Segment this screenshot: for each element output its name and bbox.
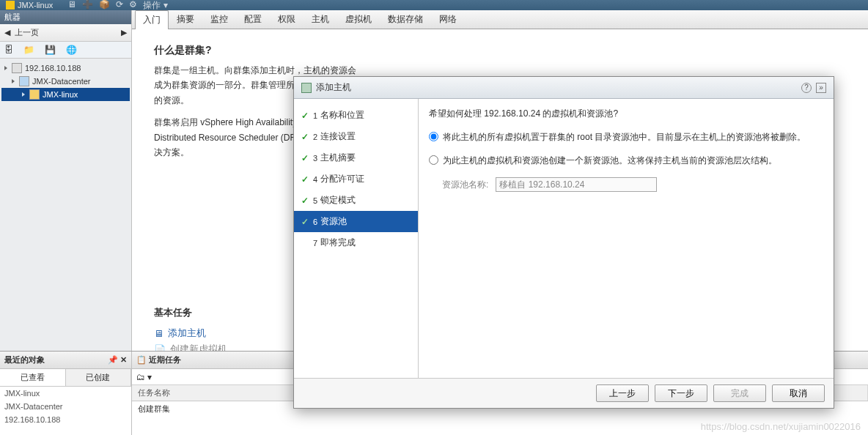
wizard-steps: ✓1名称和位置 ✓2连接设置 ✓3主机摘要 ✓4分配许可证 ✓5锁定模式 ✓6资…: [294, 99, 419, 378]
expand-icon[interactable]: »: [816, 83, 826, 93]
wizard-content: 希望如何处理 192.168.10.24 的虚拟机和资源池? 将此主机的所有虚拟…: [419, 99, 834, 378]
filter-icon[interactable]: 🗂 ▾: [136, 372, 152, 382]
host-icon: [301, 83, 312, 93]
tab-bar: 入门 摘要 监控 配置 权限 主机 虚拟机 数据存储 网络: [132, 10, 868, 29]
cluster-name: JMX-linux: [18, 1, 53, 10]
tab-summary[interactable]: 摘要: [169, 10, 202, 29]
tab-permissions[interactable]: 权限: [270, 10, 304, 29]
tab-datastores[interactable]: 数据存储: [380, 10, 431, 29]
cancel-button[interactable]: 取消: [772, 384, 825, 402]
dialog-footer: 上一步 下一步 完成 取消: [294, 378, 834, 408]
vms-view-icon[interactable]: 📁: [23, 45, 34, 55]
recent-objects-header: 最近的对象 📌 ✕: [0, 352, 131, 369]
tree-node-vcenter[interactable]: 192.168.10.188: [1, 62, 130, 75]
tab-getting-started[interactable]: 入门: [135, 10, 169, 29]
step-name-location[interactable]: ✓1名称和位置: [294, 105, 418, 126]
radio-new-pool[interactable]: [429, 155, 438, 165]
storage-view-icon[interactable]: 💾: [45, 45, 56, 55]
dialog-titlebar[interactable]: 添加主机 ? »: [294, 77, 834, 99]
recent-objects-panel: 最近的对象 📌 ✕ 已查看 已创建 JMX-linux JMX-Datacent…: [0, 352, 132, 435]
add-host-icon: 🖥: [154, 328, 163, 339]
navigator-toolbar: 🗄 📁 💾 🌐: [0, 42, 131, 59]
recent-tab-viewed[interactable]: 已查看: [0, 369, 66, 386]
intro-title: 什么是群集?: [154, 44, 846, 57]
step-resource-pool[interactable]: ✓6资源池: [294, 211, 418, 232]
tab-monitor[interactable]: 监控: [202, 10, 236, 29]
help-icon[interactable]: ?: [801, 83, 812, 93]
step-connection[interactable]: ✓2连接设置: [294, 126, 418, 147]
option-new-pool[interactable]: 为此主机的虚拟机和资源池创建一个新资源池。这将保持主机当前的资源池层次结构。: [429, 154, 823, 167]
cluster-icon: [29, 89, 40, 100]
caret-icon: [4, 66, 7, 70]
step-license[interactable]: ✓4分配许可证: [294, 168, 418, 190]
step-ready[interactable]: ✓7即将完成: [294, 232, 418, 253]
question-text: 希望如何处理 192.168.10.24 的虚拟机和资源池?: [429, 108, 823, 120]
pin-icon[interactable]: 📌: [108, 355, 118, 364]
back-button[interactable]: ◀ 上一页 ▶: [0, 24, 131, 42]
pool-name-label: 资源池名称:: [442, 179, 488, 191]
forward-arrow-icon[interactable]: ▶: [121, 28, 127, 37]
option-root-pool[interactable]: 将此主机的所有虚拟机置于群集的 root 目录资源池中。目前显示在主机上的资源池…: [429, 130, 823, 144]
add-host-dialog: 添加主机 ? » ✓1名称和位置 ✓2连接设置 ✓3主机摘要 ✓4分配许可证 ✓…: [293, 76, 834, 409]
datacenter-icon: [19, 76, 29, 86]
recent-tab-created[interactable]: 已创建: [66, 369, 132, 386]
tree-node-datacenter[interactable]: JMX-Datacenter: [1, 75, 130, 88]
caret-icon: [22, 92, 25, 97]
step-summary[interactable]: ✓3主机摘要: [294, 147, 418, 168]
vcenter-icon: [12, 63, 22, 73]
pool-name-input: [496, 177, 657, 192]
next-button[interactable]: 下一步: [655, 384, 707, 402]
step-lockdown[interactable]: ✓5锁定模式: [294, 190, 418, 211]
back-arrow-icon: ◀: [4, 28, 10, 37]
recent-item[interactable]: 192.168.10.188: [0, 413, 131, 426]
cluster-icon: [6, 1, 15, 10]
tab-hosts[interactable]: 主机: [304, 10, 337, 29]
back-button[interactable]: 上一步: [596, 384, 649, 402]
tree-node-cluster[interactable]: JMX-linux: [1, 88, 130, 101]
navigator-panel: 航器 ◀ 上一页 ▶ 🗄 📁 💾 🌐 192.168.10.188 JMX-Da…: [0, 10, 132, 351]
radio-root-pool[interactable]: [429, 132, 438, 141]
watermark: https://blog.csdn.net/xujiamin0022016: [701, 421, 861, 432]
dialog-title: 添加主机: [316, 81, 351, 94]
finish-button: 完成: [713, 384, 766, 402]
navigator-title: 航器: [0, 10, 131, 24]
tab-networks[interactable]: 网络: [431, 10, 465, 29]
inventory-tree: 192.168.10.188 JMX-Datacenter JMX-linux: [0, 59, 131, 104]
close-icon[interactable]: ✕: [120, 355, 127, 364]
recent-item[interactable]: JMX-linux: [0, 387, 131, 400]
tab-configure[interactable]: 配置: [236, 10, 270, 29]
tab-vms[interactable]: 虚拟机: [337, 10, 380, 29]
recent-item[interactable]: JMX-Datacenter: [0, 400, 131, 413]
network-view-icon[interactable]: 🌐: [66, 45, 77, 55]
object-header: JMX-linux 🖥 ➕ 📦 ⟳ ⚙ 操作 ▾: [0, 0, 868, 10]
caret-icon: [12, 79, 15, 83]
hosts-view-icon[interactable]: 🗄: [4, 45, 13, 55]
